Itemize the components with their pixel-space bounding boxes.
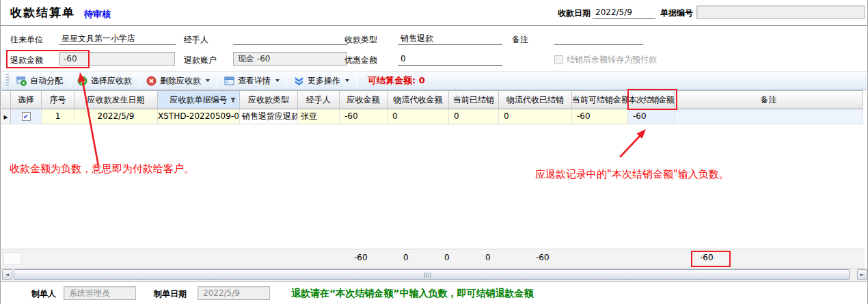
discount-label: 优惠金额 bbox=[344, 54, 377, 66]
col-settleable[interactable]: 当前可结销金额 bbox=[572, 90, 628, 109]
handler-label: 经手人 bbox=[184, 33, 208, 46]
footer-bar: 制单人 系统管理员 制单日期 2022/5/9 退款请在“本次结销金额”中输入负… bbox=[1, 281, 868, 304]
total-logistics-amount: 0 bbox=[403, 253, 428, 262]
row-seq-cell: 1 bbox=[42, 109, 74, 124]
col-seq[interactable]: 序号 bbox=[42, 90, 74, 109]
row-logistics-amount-cell: 0 bbox=[388, 109, 449, 124]
total-logistics-settled: 0 bbox=[485, 253, 510, 262]
col-this-settle[interactable]: 本次结销金额 bbox=[628, 90, 675, 109]
partner-label: 往来单位 bbox=[10, 33, 43, 46]
transfer-prepay-checkbox: 结销后余额转存为预付款 bbox=[554, 54, 657, 66]
delete-receivable-button[interactable]: 删除应收款 bbox=[141, 73, 215, 89]
col-amount[interactable]: 应收金额 bbox=[340, 90, 388, 109]
transfer-prepay-label: 结销后余额转存为预付款 bbox=[567, 54, 657, 66]
row-checkbox-checked[interactable]: ✔ bbox=[22, 112, 31, 121]
receipt-settlement-window: 收款结算单 待审核 收款日期 2022/5/9 单据编号 往来单位 星星文具第一… bbox=[0, 0, 868, 304]
arrow-to-this-settle-cell bbox=[620, 129, 646, 157]
chevron-down-icon bbox=[275, 79, 280, 82]
receipt-date-label: 收款日期 bbox=[558, 8, 591, 19]
scrollbar-grip bbox=[424, 273, 431, 278]
more-actions-label: 更多操作 bbox=[308, 75, 340, 87]
total-amount: -60 bbox=[354, 253, 379, 262]
detail-icon bbox=[224, 76, 234, 86]
row-selector: ▶ bbox=[1, 109, 11, 124]
doc-number-label: 单据编号 bbox=[660, 8, 693, 19]
annotation-right-text: 应退款记录中的"本次结销金额"输入负数。 bbox=[535, 168, 729, 181]
partner-field[interactable]: 星星文具第一小学店 bbox=[59, 32, 176, 45]
creator-field: 系统管理员 bbox=[64, 286, 136, 300]
col-logistics-amount[interactable]: 物流代收金额 bbox=[388, 90, 449, 109]
view-detail-button[interactable]: 查看详情 bbox=[219, 73, 285, 89]
title-bar: 收款结算单 待审核 收款日期 2022/5/9 单据编号 bbox=[1, 0, 867, 26]
scroll-left-button[interactable]: ◄ bbox=[2, 269, 12, 280]
settleable-amount-text: 可结算金额: 0 bbox=[368, 74, 425, 87]
total-settled: 0 bbox=[444, 253, 469, 262]
row-stub-header bbox=[1, 90, 11, 109]
toolbar-separator bbox=[217, 74, 217, 87]
grid-header: 选择 序号 应收款发生日期 应收款单据编号 应收款类型 经手人 应收金额 物流代… bbox=[1, 90, 863, 109]
create-date-label: 制单日期 bbox=[154, 288, 187, 300]
refund-amount-label: 退款金额 bbox=[10, 54, 43, 66]
col-settled[interactable]: 当前已结销 bbox=[449, 90, 499, 109]
col-remark[interactable]: 备注 bbox=[675, 90, 863, 109]
add-icon bbox=[77, 76, 87, 86]
more-actions-button[interactable]: 更多操作 bbox=[288, 73, 355, 89]
checkbox-icon bbox=[554, 55, 563, 64]
toolbar-separator bbox=[70, 74, 70, 87]
current-row-arrow-icon: ▶ bbox=[3, 114, 8, 120]
total-this-settle: -60 bbox=[700, 253, 724, 262]
remark-label: 备注 bbox=[512, 33, 528, 46]
totals-stub bbox=[3, 252, 21, 265]
remark-field[interactable] bbox=[554, 32, 643, 45]
row-handler-cell: 张亚 bbox=[298, 109, 340, 124]
col-receivable-doc-no-label: 应收款单据编号 bbox=[170, 95, 228, 105]
auto-assign-button[interactable]: 自动分配 bbox=[11, 73, 68, 89]
delete-icon bbox=[146, 76, 157, 86]
scrollbar-thumb[interactable] bbox=[14, 269, 850, 280]
row-select-cell[interactable]: ✔ bbox=[11, 109, 42, 124]
receipt-type-field[interactable]: 销售退款 bbox=[398, 32, 502, 45]
col-receivable-type[interactable]: 应收款类型 bbox=[240, 90, 298, 109]
annotation-left-text: 收款金额为负数，意思即为付款给客户。 bbox=[10, 163, 194, 176]
col-logistics-settled[interactable]: 物流代收已结销 bbox=[499, 90, 572, 109]
table-row: ▶ ✔ 1 2022/5/9 XSTHD-20220509-0001 销售退货应… bbox=[1, 109, 863, 124]
discount-field[interactable]: 0 bbox=[398, 53, 502, 66]
handler-field[interactable] bbox=[233, 32, 347, 45]
col-handler[interactable]: 经手人 bbox=[298, 90, 340, 109]
row-type-cell: 销售退货应退款 bbox=[240, 109, 298, 124]
select-receivable-label: 选择应收款 bbox=[91, 75, 132, 87]
doc-number-field bbox=[696, 5, 865, 19]
row-settleable-cell: -60 bbox=[572, 109, 628, 124]
col-receivable-doc-no[interactable]: 应收款单据编号 bbox=[158, 90, 240, 109]
row-date-cell: 2022/5/9 bbox=[74, 109, 158, 124]
delete-receivable-label: 删除应收款 bbox=[160, 75, 201, 87]
receipt-date-field[interactable]: 2022/5/9 bbox=[593, 5, 655, 19]
row-amount-cell: -60 bbox=[340, 109, 388, 124]
creator-label: 制单人 bbox=[31, 288, 56, 300]
toolbar-separator bbox=[286, 74, 287, 87]
row-this-settle-cell[interactable]: -60 bbox=[628, 109, 675, 124]
row-logistics-settled-cell: 0 bbox=[499, 109, 572, 124]
toolbar-separator bbox=[356, 74, 357, 87]
total-settleable: -60 bbox=[536, 253, 560, 262]
refund-account-label: 退款账户 bbox=[184, 54, 217, 66]
page-title: 收款结算单 bbox=[10, 5, 75, 20]
refund-amount-field[interactable]: -60 bbox=[59, 52, 175, 66]
select-receivable-button[interactable]: 选择应收款 bbox=[72, 73, 137, 89]
chevron-down-icon bbox=[206, 79, 210, 82]
auto-assign-icon bbox=[16, 76, 27, 86]
create-date-field: 2022/5/9 bbox=[198, 286, 270, 300]
col-select[interactable]: 选择 bbox=[11, 90, 42, 109]
filter-funnel-icon[interactable] bbox=[230, 97, 236, 104]
col-receivable-date[interactable]: 应收款发生日期 bbox=[74, 90, 158, 109]
row-settled-cell: 0 bbox=[449, 109, 499, 124]
scroll-right-button[interactable]: ► bbox=[857, 269, 867, 280]
row-remark-cell bbox=[675, 109, 863, 124]
refund-account-field[interactable]: 现金 -60 bbox=[233, 52, 347, 66]
double-chevron-down-icon bbox=[294, 76, 304, 85]
toolbar-grip bbox=[6, 74, 9, 87]
horizontal-scrollbar: ◄ ► bbox=[1, 268, 868, 281]
view-detail-label: 查看详情 bbox=[238, 75, 271, 87]
refund-hint-text: 退款请在“本次结销金额”中输入负数，即可结销退款金额 bbox=[291, 288, 533, 300]
row-doc-no-cell: XSTHD-20220509-0001 bbox=[158, 109, 240, 124]
